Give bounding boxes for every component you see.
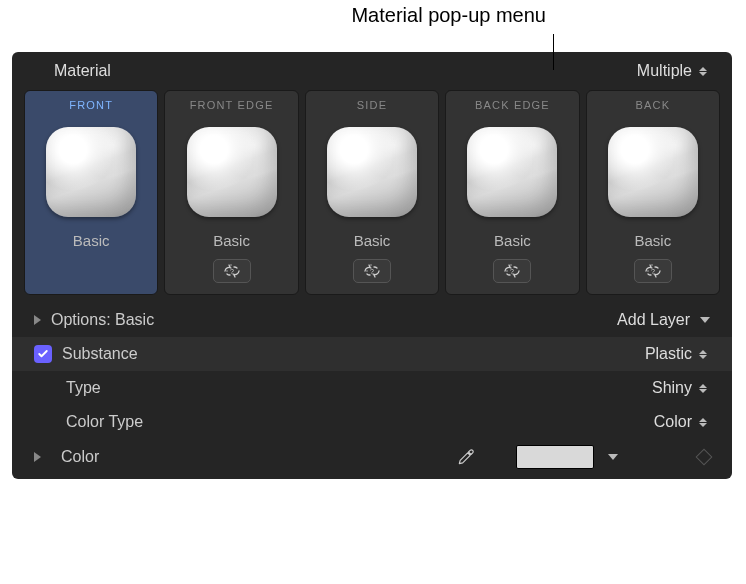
callout-label: Material pop-up menu	[351, 4, 546, 27]
chevron-down-icon[interactable]	[608, 454, 618, 460]
material-cube-icon	[467, 127, 557, 217]
material-popup-value: Multiple	[637, 62, 692, 80]
color-swatch[interactable]	[516, 445, 594, 469]
facet-back[interactable]: BACKBasic?	[586, 90, 720, 295]
material-inspector-panel: Material Multiple FRONTBasicFRONT EDGEBa…	[12, 52, 732, 479]
facet-front[interactable]: FRONTBasic	[24, 90, 158, 295]
type-popup[interactable]: Shiny	[652, 379, 710, 397]
facet-title: BACK	[635, 99, 670, 111]
options-label: Options: Basic	[51, 311, 617, 329]
broken-link-icon: ?	[362, 264, 382, 278]
material-cube-icon	[327, 127, 417, 217]
facet-material-name: Basic	[354, 232, 391, 249]
color-type-value: Color	[654, 413, 692, 431]
material-cube-icon	[608, 127, 698, 217]
options-row: Options: Basic Add Layer	[12, 303, 732, 337]
facet-back-edge[interactable]: BACK EDGEBasic?	[445, 90, 579, 295]
material-preview-thumb	[41, 119, 141, 224]
broken-link-icon: ?	[502, 264, 522, 278]
type-label: Type	[66, 379, 642, 397]
facet-material-name: Basic	[634, 232, 671, 249]
facet-material-name: Basic	[213, 232, 250, 249]
type-value: Shiny	[652, 379, 692, 397]
facet-selector-row: FRONTBasicFRONT EDGEBasic?SIDEBasic?BACK…	[12, 90, 732, 303]
type-row: Type Shiny	[12, 371, 732, 405]
substance-label: Substance	[62, 345, 635, 363]
disclosure-triangle-icon[interactable]	[34, 315, 41, 325]
checkmark-icon	[37, 348, 49, 360]
facet-title: FRONT	[69, 99, 113, 111]
substance-checkbox[interactable]	[34, 345, 52, 363]
svg-text:?: ?	[651, 268, 655, 275]
substance-row: Substance Plastic	[12, 337, 732, 371]
updown-arrows-icon	[698, 415, 708, 429]
color-type-popup[interactable]: Color	[654, 413, 710, 431]
material-header: Material Multiple	[12, 52, 732, 90]
callout-leader-line	[553, 34, 554, 70]
add-layer-menu[interactable]: Add Layer	[617, 311, 710, 329]
break-link-button[interactable]: ?	[353, 259, 391, 283]
material-cube-icon	[187, 127, 277, 217]
facet-front-edge[interactable]: FRONT EDGEBasic?	[164, 90, 298, 295]
material-preview-thumb	[462, 119, 562, 224]
svg-text:?: ?	[510, 268, 514, 275]
callout-annotation: Material pop-up menu	[0, 0, 746, 52]
color-type-label: Color Type	[66, 413, 644, 431]
facet-material-name: Basic	[494, 232, 531, 249]
broken-link-icon: ?	[643, 264, 663, 278]
broken-link-icon: ?	[222, 264, 242, 278]
material-header-label: Material	[54, 62, 637, 80]
facet-side[interactable]: SIDEBasic?	[305, 90, 439, 295]
svg-text:?: ?	[370, 268, 374, 275]
updown-arrows-icon	[698, 347, 708, 361]
updown-arrows-icon	[698, 381, 708, 395]
facet-title: SIDE	[357, 99, 387, 111]
material-preview-thumb	[603, 119, 703, 224]
break-link-button[interactable]: ?	[493, 259, 531, 283]
material-preview-thumb	[182, 119, 282, 224]
updown-arrows-icon	[698, 64, 708, 78]
substance-value: Plastic	[645, 345, 692, 363]
break-link-button[interactable]: ?	[634, 259, 672, 283]
keyframe-diamond-icon[interactable]	[696, 449, 713, 466]
facet-material-name: Basic	[73, 232, 110, 249]
eyedropper-icon[interactable]	[456, 447, 476, 467]
chevron-down-icon	[700, 317, 710, 323]
color-row: Color	[12, 439, 732, 479]
break-link-button[interactable]: ?	[213, 259, 251, 283]
add-layer-label: Add Layer	[617, 311, 690, 329]
disclosure-triangle-icon[interactable]	[34, 452, 41, 462]
material-popup-menu[interactable]: Multiple	[637, 62, 710, 80]
svg-text:?: ?	[230, 268, 234, 275]
color-type-row: Color Type Color	[12, 405, 732, 439]
material-cube-icon	[46, 127, 136, 217]
substance-popup[interactable]: Plastic	[645, 345, 710, 363]
material-preview-thumb	[322, 119, 422, 224]
facet-title: FRONT EDGE	[190, 99, 274, 111]
color-label: Color	[61, 448, 121, 466]
facet-title: BACK EDGE	[475, 99, 550, 111]
